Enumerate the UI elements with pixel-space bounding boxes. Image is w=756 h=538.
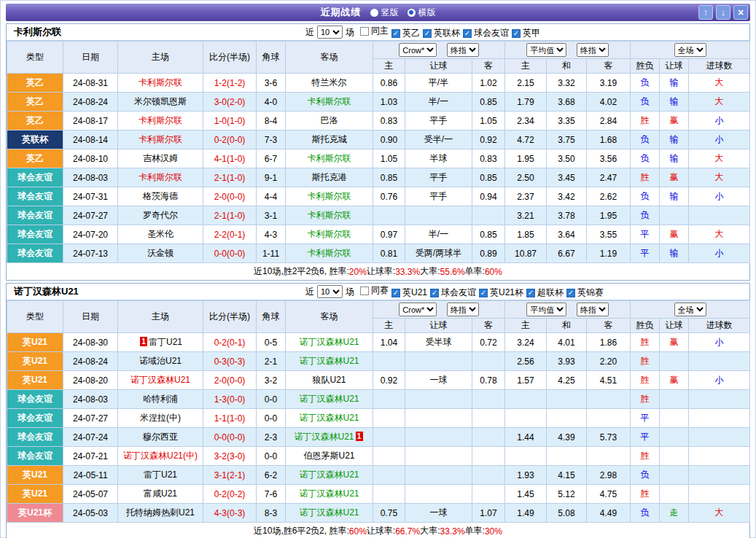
goals-result: [689, 390, 750, 409]
league-type-badge: 英乙: [7, 74, 63, 93]
corners: 2-1: [257, 352, 286, 371]
scope-select[interactable]: 全场: [674, 43, 706, 57]
filter-checkbox[interactable]: ✓英甲: [512, 27, 540, 39]
euro-draw-odds: 5.08: [547, 504, 587, 523]
filter-checkbox[interactable]: ✓超联杯: [526, 286, 564, 299]
home-team[interactable]: 穆尔西亚: [118, 428, 203, 447]
away-team[interactable]: 伯恩茅斯U21: [286, 447, 373, 466]
away-team[interactable]: 狼队U21: [286, 371, 373, 390]
goals-result: 小: [689, 187, 750, 206]
home-team[interactable]: 吉林汉姆: [118, 149, 203, 168]
asian-handicap: 平手: [405, 168, 472, 187]
col-header-asian-handicap: 让球: [405, 59, 472, 74]
home-team[interactable]: 托特纳姆热刺U21: [118, 504, 203, 523]
match-count-select[interactable]: 10: [317, 26, 343, 39]
asian-away-odds: [472, 466, 505, 485]
filter-checkbox[interactable]: ✓英U21: [391, 286, 427, 299]
home-team[interactable]: 沃金顿: [118, 244, 203, 263]
match-count-select[interactable]: 10: [317, 285, 343, 298]
layout-vertical-radio[interactable]: 竖版: [370, 7, 399, 19]
home-team[interactable]: 诺丁汉森林U21(中): [118, 447, 203, 466]
home-team[interactable]: 卡利斯尔联: [118, 130, 203, 149]
col-header-euro-home: 主: [505, 319, 547, 333]
checkbox-icon: ✓: [391, 289, 400, 297]
filter-checkbox[interactable]: ✓球会友谊: [463, 27, 509, 39]
home-team[interactable]: 圣米伦: [118, 225, 203, 244]
away-team[interactable]: 诺丁汉森林U211: [286, 428, 373, 447]
euro-away-odds: [587, 447, 631, 466]
away-team[interactable]: 卡利斯尔联: [286, 93, 373, 112]
euro-away-odds: 2.62: [587, 187, 631, 206]
col-header-goals: 进球数: [689, 59, 750, 74]
filter-controls: 近 10 场 同主✓英乙✓英联杯✓球会友谊✓英甲: [305, 25, 540, 39]
filter-checkbox[interactable]: ✓英乙: [391, 27, 420, 39]
filter-checkbox[interactable]: ✓英U21杯: [479, 286, 523, 299]
away-team[interactable]: 诺丁汉森林U21: [286, 466, 373, 485]
away-team[interactable]: 诺丁汉森林U21: [286, 352, 373, 371]
filter-checkbox[interactable]: ✓球会友谊: [430, 286, 476, 299]
home-team[interactable]: 1雷丁U21: [118, 333, 203, 352]
home-team[interactable]: 卡利斯尔联: [118, 168, 203, 187]
asian-handicap: 受两/两球半: [405, 244, 472, 263]
corners: 6-7: [257, 149, 286, 168]
away-team[interactable]: 卡利斯尔联: [286, 149, 373, 168]
away-team[interactable]: 卡利斯尔联: [286, 244, 373, 263]
summary-part: 让球率:: [367, 265, 395, 278]
close-button[interactable]: ×: [733, 5, 748, 20]
handicap-result: [660, 206, 689, 225]
home-team[interactable]: 富咸U21: [118, 485, 203, 504]
away-team[interactable]: 卡利斯尔联: [286, 187, 373, 206]
away-team[interactable]: 诺丁汉森林U21: [286, 333, 373, 352]
euro-odds-select[interactable]: 平均值: [526, 43, 566, 57]
home-team[interactable]: 罗奇代尔: [118, 206, 203, 225]
home-team[interactable]: 卡利斯尔联: [118, 74, 203, 93]
away-team[interactable]: 卡利斯尔联: [286, 225, 373, 244]
home-team[interactable]: 哈特利浦: [118, 390, 203, 409]
filter-checkbox[interactable]: 同主: [360, 25, 389, 37]
euro-away-odds: 4.51: [587, 371, 631, 390]
away-team[interactable]: 诺丁汉森林U21: [286, 485, 373, 504]
away-team[interactable]: 巴洛: [286, 112, 373, 130]
match-date: 24-08-03: [63, 390, 118, 409]
away-team[interactable]: 诺丁汉森林U21: [286, 409, 373, 428]
euro-odds-header: 平均值 终指: [505, 301, 631, 319]
euro-draw-odds: 3.68: [547, 93, 587, 112]
away-team[interactable]: 斯托克城: [286, 130, 373, 149]
match-row: 英乙24-08-24米尔顿凯恩斯3-0(2-0)4-0卡利斯尔联1.03半/一0…: [7, 93, 750, 112]
move-down-button[interactable]: ↓: [716, 5, 730, 20]
odds-time-select[interactable]: 终指: [447, 43, 479, 57]
filter-checkbox[interactable]: 同赛: [360, 284, 389, 297]
asian-handicap: [405, 206, 472, 225]
euro-odds-select[interactable]: 平均值: [526, 303, 566, 316]
home-team[interactable]: 雷丁U21: [118, 466, 203, 485]
filter-checkbox[interactable]: ✓英锦赛: [566, 286, 604, 299]
odds-time-select[interactable]: 终指: [447, 303, 479, 316]
home-team[interactable]: 米尔顿凯恩斯: [118, 93, 203, 112]
home-team[interactable]: 诺域治U21: [118, 352, 203, 371]
euro-home-odds: 1.85: [505, 225, 547, 244]
league-type-badge: 球会友谊: [7, 409, 63, 428]
away-team[interactable]: 斯托克港: [286, 168, 373, 187]
home-team[interactable]: 格茨海德: [118, 187, 203, 206]
away-team[interactable]: 卡利斯尔联: [286, 206, 373, 225]
win-lose-result: 胜: [631, 485, 660, 504]
home-team[interactable]: 卡利斯尔联: [118, 112, 203, 130]
odds-company-select[interactable]: Crow*: [399, 43, 437, 57]
away-team[interactable]: 诺丁汉森林U21: [286, 390, 373, 409]
euro-away-odds: 2.47: [587, 168, 631, 187]
layout-horizontal-radio[interactable]: 横版: [408, 7, 436, 19]
checkbox-icon: ✓: [479, 289, 488, 297]
euro-time-select[interactable]: 终指: [577, 43, 609, 57]
matches-table: 类型 日期 主场 比分(半场) 角球 客场 Crow* 终指 平均值 终指: [7, 300, 750, 523]
euro-draw-odds: 4.01: [547, 333, 587, 352]
away-team[interactable]: 特兰米尔: [286, 74, 373, 93]
filter-checkbox[interactable]: ✓英联杯: [423, 27, 460, 39]
move-up-button[interactable]: ↑: [698, 5, 713, 20]
corners: 4-3: [257, 225, 286, 244]
euro-time-select[interactable]: 终指: [577, 303, 609, 316]
odds-company-select[interactable]: Crow*: [399, 303, 437, 316]
away-team[interactable]: 诺丁汉森林U21: [286, 504, 373, 523]
home-team[interactable]: 诺丁汉森林U21: [118, 371, 203, 390]
home-team[interactable]: 米涅拉(中): [118, 409, 203, 428]
scope-select[interactable]: 全场: [674, 303, 706, 316]
